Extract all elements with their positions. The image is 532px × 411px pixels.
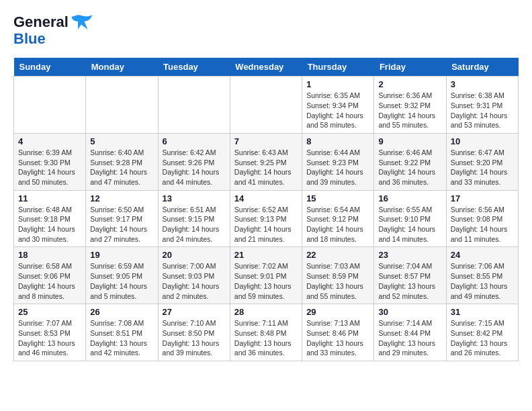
day-number: 2	[378, 79, 441, 89]
day-info: Sunrise: 7:04 AMSunset: 8:57 PMDaylight:…	[378, 261, 441, 301]
calendar-cell-26: 23Sunrise: 7:04 AMSunset: 8:57 PMDayligh…	[374, 247, 446, 304]
calendar-cell-11: 8Sunrise: 6:44 AMSunset: 9:23 PMDaylight…	[302, 133, 374, 190]
day-number: 26	[90, 307, 153, 317]
day-info: Sunrise: 6:35 AMSunset: 9:34 PMDaylight:…	[306, 91, 369, 130]
day-number: 27	[163, 307, 226, 317]
day-number: 13	[163, 193, 226, 203]
day-info: Sunrise: 7:14 AMSunset: 8:44 PMDaylight:…	[378, 318, 441, 358]
day-number: 6	[163, 136, 226, 146]
day-number: 31	[451, 307, 514, 317]
day-number: 11	[18, 193, 81, 203]
day-info: Sunrise: 6:51 AMSunset: 9:15 PMDaylight:…	[163, 205, 226, 244]
weekday-header-thursday: Thursday	[302, 58, 374, 77]
day-number: 17	[451, 193, 514, 203]
day-info: Sunrise: 6:52 AMSunset: 9:13 PMDaylight:…	[234, 205, 298, 244]
day-info: Sunrise: 6:36 AMSunset: 9:32 PMDaylight:…	[378, 91, 441, 130]
day-info: Sunrise: 6:50 AMSunset: 9:17 PMDaylight:…	[90, 205, 153, 244]
day-number: 3	[451, 79, 514, 89]
day-info: Sunrise: 6:54 AMSunset: 9:12 PMDaylight:…	[306, 205, 369, 244]
day-info: Sunrise: 6:42 AMSunset: 9:26 PMDaylight:…	[163, 148, 226, 187]
day-number: 4	[18, 136, 81, 146]
day-info: Sunrise: 6:38 AMSunset: 9:31 PMDaylight:…	[451, 91, 514, 130]
day-info: Sunrise: 6:40 AMSunset: 9:28 PMDaylight:…	[90, 148, 153, 187]
weekday-header-saturday: Saturday	[446, 58, 518, 77]
header: General Blue	[13, 13, 519, 47]
calendar-cell-10: 7Sunrise: 6:43 AMSunset: 9:25 PMDaylight…	[230, 133, 302, 190]
weekday-header-tuesday: Tuesday	[158, 58, 230, 77]
day-info: Sunrise: 6:39 AMSunset: 9:30 PMDaylight:…	[18, 148, 81, 187]
calendar-cell-34: 31Sunrise: 7:15 AMSunset: 8:42 PMDayligh…	[446, 304, 518, 361]
logo: General Blue	[13, 13, 94, 47]
logo-blue: Blue	[13, 31, 46, 47]
calendar-cell-16: 13Sunrise: 6:51 AMSunset: 9:15 PMDayligh…	[158, 190, 230, 247]
calendar-cell-23: 20Sunrise: 7:00 AMSunset: 9:03 PMDayligh…	[158, 247, 230, 304]
day-info: Sunrise: 7:10 AMSunset: 8:50 PMDaylight:…	[163, 318, 226, 358]
day-number: 21	[234, 250, 298, 260]
day-info: Sunrise: 7:15 AMSunset: 8:42 PMDaylight:…	[451, 318, 514, 358]
calendar-cell-25: 22Sunrise: 7:03 AMSunset: 8:59 PMDayligh…	[302, 247, 374, 304]
day-number: 14	[234, 193, 298, 203]
logo-bird-icon	[70, 13, 94, 31]
day-info: Sunrise: 6:55 AMSunset: 9:10 PMDaylight:…	[378, 205, 441, 244]
day-number: 10	[451, 136, 514, 146]
calendar-cell-27: 24Sunrise: 7:06 AMSunset: 8:55 PMDayligh…	[446, 247, 518, 304]
day-number: 29	[306, 307, 369, 317]
day-info: Sunrise: 7:06 AMSunset: 8:55 PMDaylight:…	[451, 261, 514, 301]
day-info: Sunrise: 6:56 AMSunset: 9:08 PMDaylight:…	[451, 205, 514, 244]
calendar-cell-13: 10Sunrise: 6:47 AMSunset: 9:20 PMDayligh…	[446, 133, 518, 190]
calendar-cell-28: 25Sunrise: 7:07 AMSunset: 8:53 PMDayligh…	[14, 304, 86, 361]
calendar-cell-29: 26Sunrise: 7:08 AMSunset: 8:51 PMDayligh…	[86, 304, 158, 361]
calendar-table: SundayMondayTuesdayWednesdayThursdayFrid…	[13, 58, 519, 361]
day-info: Sunrise: 7:07 AMSunset: 8:53 PMDaylight:…	[18, 318, 81, 358]
calendar-cell-5: 2Sunrise: 6:36 AMSunset: 9:32 PMDaylight…	[374, 77, 446, 134]
day-info: Sunrise: 6:47 AMSunset: 9:20 PMDaylight:…	[451, 148, 514, 187]
day-number: 1	[306, 79, 369, 89]
weekday-header-monday: Monday	[86, 58, 158, 77]
calendar-cell-7: 4Sunrise: 6:39 AMSunset: 9:30 PMDaylight…	[14, 133, 86, 190]
calendar-cell-3	[230, 77, 302, 134]
day-info: Sunrise: 6:43 AMSunset: 9:25 PMDaylight:…	[234, 148, 298, 187]
day-info: Sunrise: 6:46 AMSunset: 9:22 PMDaylight:…	[378, 148, 441, 187]
calendar-cell-6: 3Sunrise: 6:38 AMSunset: 9:31 PMDaylight…	[446, 77, 518, 134]
day-info: Sunrise: 7:13 AMSunset: 8:46 PMDaylight:…	[306, 318, 369, 358]
day-info: Sunrise: 7:03 AMSunset: 8:59 PMDaylight:…	[306, 261, 369, 301]
weekday-header-wednesday: Wednesday	[230, 58, 302, 77]
day-number: 20	[163, 250, 226, 260]
logo-general: General	[13, 14, 69, 30]
day-number: 16	[378, 193, 441, 203]
day-number: 23	[378, 250, 441, 260]
day-number: 22	[306, 250, 369, 260]
day-number: 12	[90, 193, 153, 203]
calendar-cell-9: 6Sunrise: 6:42 AMSunset: 9:26 PMDaylight…	[158, 133, 230, 190]
calendar-cell-32: 29Sunrise: 7:13 AMSunset: 8:46 PMDayligh…	[302, 304, 374, 361]
day-info: Sunrise: 7:08 AMSunset: 8:51 PMDaylight:…	[90, 318, 153, 358]
day-number: 25	[18, 307, 81, 317]
calendar-cell-20: 17Sunrise: 6:56 AMSunset: 9:08 PMDayligh…	[446, 190, 518, 247]
calendar-cell-18: 15Sunrise: 6:54 AMSunset: 9:12 PMDayligh…	[302, 190, 374, 247]
calendar-cell-0	[14, 77, 86, 134]
day-info: Sunrise: 7:11 AMSunset: 8:48 PMDaylight:…	[234, 318, 298, 358]
calendar-cell-17: 14Sunrise: 6:52 AMSunset: 9:13 PMDayligh…	[230, 190, 302, 247]
day-info: Sunrise: 6:44 AMSunset: 9:23 PMDaylight:…	[306, 148, 369, 187]
day-number: 7	[234, 136, 298, 146]
calendar-cell-30: 27Sunrise: 7:10 AMSunset: 8:50 PMDayligh…	[158, 304, 230, 361]
day-info: Sunrise: 6:58 AMSunset: 9:06 PMDaylight:…	[18, 261, 81, 301]
day-number: 5	[90, 136, 153, 146]
weekday-header-friday: Friday	[374, 58, 446, 77]
day-number: 24	[451, 250, 514, 260]
calendar-cell-33: 30Sunrise: 7:14 AMSunset: 8:44 PMDayligh…	[374, 304, 446, 361]
calendar-cell-14: 11Sunrise: 6:48 AMSunset: 9:18 PMDayligh…	[14, 190, 86, 247]
day-info: Sunrise: 7:00 AMSunset: 9:03 PMDaylight:…	[163, 261, 226, 301]
calendar-cell-4: 1Sunrise: 6:35 AMSunset: 9:34 PMDaylight…	[302, 77, 374, 134]
day-number: 28	[234, 307, 298, 317]
day-info: Sunrise: 6:59 AMSunset: 9:05 PMDaylight:…	[90, 261, 153, 301]
day-info: Sunrise: 6:48 AMSunset: 9:18 PMDaylight:…	[18, 205, 81, 244]
day-number: 9	[378, 136, 441, 146]
day-number: 30	[378, 307, 441, 317]
calendar-cell-21: 18Sunrise: 6:58 AMSunset: 9:06 PMDayligh…	[14, 247, 86, 304]
day-number: 8	[306, 136, 369, 146]
calendar-cell-2	[158, 77, 230, 134]
calendar-cell-8: 5Sunrise: 6:40 AMSunset: 9:28 PMDaylight…	[86, 133, 158, 190]
calendar-cell-19: 16Sunrise: 6:55 AMSunset: 9:10 PMDayligh…	[374, 190, 446, 247]
calendar-cell-22: 19Sunrise: 6:59 AMSunset: 9:05 PMDayligh…	[86, 247, 158, 304]
